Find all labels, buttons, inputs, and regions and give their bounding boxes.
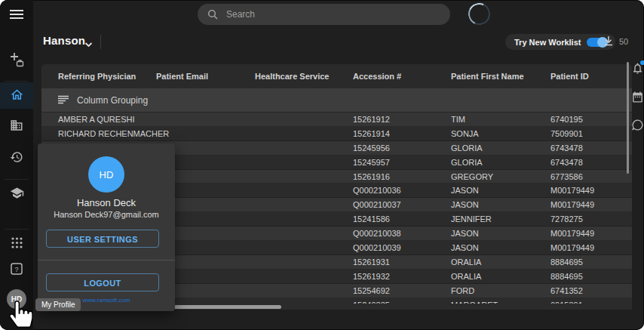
table-cell: JENNIFER xyxy=(451,214,550,224)
download-button[interactable] xyxy=(603,35,616,48)
home-icon xyxy=(10,88,24,105)
download-icon xyxy=(603,36,615,49)
table-cell: 15261912 xyxy=(353,115,451,124)
app-window: ? HD Hanson Try New Worklist 50 Referrin… xyxy=(0,0,644,330)
table-cell: Q000210036 xyxy=(353,186,451,195)
table-cell: 15245957 xyxy=(353,158,451,167)
table-cell: Q000210038 xyxy=(353,229,451,238)
table-cell: M00179449 xyxy=(550,186,632,195)
table-cell: 15254692 xyxy=(353,286,451,295)
table-cell: 6741352 xyxy=(550,286,632,295)
popup-divider xyxy=(38,260,175,261)
horizontal-scrollbar-thumb[interactable] xyxy=(173,305,281,309)
column-header[interactable]: Patient Email xyxy=(156,72,255,81)
table-cell: 15245956 xyxy=(353,143,451,153)
worklist-name[interactable]: Hanson xyxy=(43,34,85,47)
table-cell: 15261932 xyxy=(353,272,451,281)
vertical-scrollbar-thumb[interactable] xyxy=(627,62,629,174)
apps-grid-icon xyxy=(11,237,23,251)
search-icon xyxy=(207,8,219,20)
table-header-row: Referring PhysicianPatient EmailHealthca… xyxy=(41,64,632,88)
table-cell: JASON xyxy=(451,200,550,209)
sidebar-item-history[interactable] xyxy=(0,146,33,171)
column-header[interactable]: Healthcare Service xyxy=(255,72,353,81)
record-count: 50 xyxy=(619,37,628,46)
table-cell: GREGORY xyxy=(451,172,550,181)
table-cell: 8884695 xyxy=(550,272,632,281)
table-cell: 6743478 xyxy=(550,143,632,153)
column-header[interactable]: Patient First Name xyxy=(451,72,550,81)
chevron-down-icon[interactable] xyxy=(84,37,93,51)
table-cell: SONJA xyxy=(451,129,550,138)
hand-cursor-icon xyxy=(10,301,32,330)
table-cell: JASON xyxy=(451,243,550,252)
table-cell: AMBER A QURESHI xyxy=(58,115,156,124)
bell-icon xyxy=(631,62,644,78)
my-profile-tooltip: My Profile xyxy=(35,298,81,311)
profile-avatar-initials: HD xyxy=(100,169,114,180)
logout-button[interactable]: LOGOUT xyxy=(46,273,159,291)
menu-button[interactable] xyxy=(0,3,33,29)
table-cell: FORD xyxy=(451,286,550,295)
hamburger-icon xyxy=(10,9,23,23)
table-cell: 7509901 xyxy=(550,129,632,138)
notification-badge xyxy=(640,60,644,65)
chat-icon xyxy=(631,121,644,134)
column-grouping-bar[interactable]: Column Grouping xyxy=(41,88,632,113)
header-divider xyxy=(100,35,101,49)
table-cell: RICHARD RECHENMACHER xyxy=(58,129,156,138)
sidebar-item-learning[interactable] xyxy=(0,181,33,207)
table-cell: JASON xyxy=(451,186,550,195)
table-cell: 6743478 xyxy=(550,158,632,167)
user-settings-button[interactable]: USER SETTINGS xyxy=(46,230,159,248)
calendar-icon xyxy=(631,93,644,106)
table-cell: M00179449 xyxy=(550,229,632,238)
add-study-button[interactable] xyxy=(0,48,33,74)
help-icon: ? xyxy=(11,263,23,278)
learning-icon xyxy=(10,186,24,203)
table-cell: 6740195 xyxy=(550,115,632,124)
column-grouping-label: Column Grouping xyxy=(77,95,148,106)
profile-popup: HD Hanson Deck Hanson Deck97@gmail.com U… xyxy=(38,143,175,311)
svg-text:?: ? xyxy=(14,266,18,273)
column-grouping-icon xyxy=(58,94,69,107)
help-button[interactable]: ? xyxy=(0,258,33,283)
table-cell: ORALIA xyxy=(451,272,550,281)
table-cell: 15261914 xyxy=(353,129,451,138)
search-bar[interactable] xyxy=(198,4,450,25)
try-new-worklist-pill: Try New Worklist xyxy=(505,34,615,50)
table-cell: ORALIA xyxy=(451,258,550,267)
table-cell: 15261916 xyxy=(353,172,451,181)
profile-name: Hanson Deck xyxy=(38,197,175,208)
calendar-button[interactable] xyxy=(631,91,644,103)
table-cell: 6773586 xyxy=(550,172,632,181)
sidebar: ? HD xyxy=(0,0,33,330)
column-header[interactable]: Referring Physician xyxy=(58,72,156,81)
table-cell: 15261931 xyxy=(353,258,451,267)
sidebar-item-facility[interactable] xyxy=(0,114,33,140)
table-cell: JASON xyxy=(451,229,550,238)
table-cell: M00179449 xyxy=(550,200,632,209)
table-row[interactable]: RICHARD RECHENMACHER15261914SONJA7509901 xyxy=(41,127,632,141)
table-cell: 15241586 xyxy=(353,214,451,224)
profile-email: Hanson Deck97@gmail.com xyxy=(38,210,175,219)
try-new-worklist-label: Try New Worklist xyxy=(514,38,581,47)
profile-avatar: HD xyxy=(88,156,124,193)
table-cell: GLORIA xyxy=(451,143,550,153)
add-study-icon xyxy=(9,52,24,70)
notifications-button[interactable] xyxy=(631,62,644,75)
chat-button[interactable] xyxy=(631,119,644,131)
table-row[interactable]: AMBER A QURESHI15261912TIM6740195 xyxy=(41,113,632,127)
loading-spinner xyxy=(465,0,493,28)
apps-menu-button[interactable] xyxy=(0,231,33,257)
table-cell: TIM xyxy=(451,115,550,124)
column-header[interactable]: Patient ID xyxy=(550,72,632,81)
sidebar-item-home[interactable] xyxy=(0,83,33,109)
table-cell: 7278275 xyxy=(550,214,632,224)
search-input[interactable] xyxy=(225,8,416,20)
column-header[interactable]: Accession # xyxy=(353,72,451,81)
table-cell: Q000210037 xyxy=(353,200,451,209)
facility-icon xyxy=(10,119,23,135)
history-icon xyxy=(10,150,23,167)
table-cell: Q000210039 xyxy=(353,243,451,252)
